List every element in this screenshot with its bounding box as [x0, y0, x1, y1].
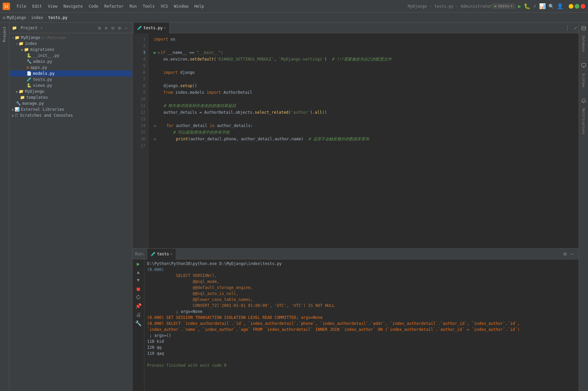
- output-line-10: (0.000) SET SESSION TRANSACTION ISOLATIO…: [147, 315, 576, 321]
- output-line-4: @@sql_mode,: [147, 279, 576, 285]
- maximize-button[interactable]: [575, 4, 579, 9]
- run-config-selector[interactable]: ▶ tests ▾: [492, 3, 515, 9]
- menu-code[interactable]: Code: [86, 3, 101, 10]
- print-button[interactable]: 🖨: [135, 311, 142, 318]
- tree-scratches[interactable]: ▶ 🗒 Scratches and Consoles: [9, 112, 132, 118]
- output-line-2: (0.000): [147, 267, 576, 273]
- index-folder-icon: 📁: [19, 41, 24, 46]
- minimize-button[interactable]: [569, 4, 573, 9]
- output-line-1: D:\Python\Python38\python.exe D:\MyDjang…: [147, 261, 576, 267]
- tree-admin-py[interactable]: 🔧 admin.py: [9, 59, 132, 65]
- code-line-7: [154, 76, 573, 82]
- menu-view[interactable]: View: [45, 3, 60, 10]
- sciview-icon[interactable]: [579, 61, 588, 70]
- left-sidebar-tab: Project: [0, 23, 9, 391]
- tests-py-icon: 🧪: [27, 77, 32, 82]
- panel-gear-icon[interactable]: ⚙: [116, 25, 123, 31]
- notifications-icon[interactable]: [579, 96, 588, 105]
- folder-icon: 📁: [12, 26, 17, 30]
- tree-tests-py[interactable]: 🧪 tests.py: [9, 76, 132, 82]
- scratches-icon: 🗒: [15, 113, 19, 118]
- code-line-16: ◇ print(author_detail.phone, author_deta…: [154, 136, 573, 142]
- root-path: D:\MyDjango: [42, 36, 66, 40]
- output-line-14: 110 kid: [147, 338, 576, 344]
- debug-button[interactable]: 🐛: [524, 3, 530, 9]
- user-button[interactable]: 👤: [557, 3, 563, 9]
- console-run-button[interactable]: ▶: [137, 261, 140, 267]
- menu-edit[interactable]: Edit: [30, 3, 45, 10]
- breadcrumb-index[interactable]: index: [31, 15, 43, 20]
- run-label: Run:: [135, 252, 145, 256]
- sciview-tab-label[interactable]: SciView: [580, 70, 587, 90]
- tree-index-folder[interactable]: ▾ 📁 index: [9, 41, 132, 47]
- admin-py-icon: 🔧: [27, 59, 32, 64]
- close-button[interactable]: [581, 4, 585, 9]
- menu-file[interactable]: File: [14, 3, 29, 10]
- run-tab-close[interactable]: ✕: [170, 252, 172, 256]
- pin-button[interactable]: 📌: [135, 302, 142, 310]
- tree-models-py[interactable]: 📄 models.py: [9, 70, 132, 76]
- run-panel-close-icon[interactable]: —: [569, 250, 576, 258]
- output-line-18: Process finished with exit code 0: [147, 362, 576, 368]
- panel-layout-icon[interactable]: ≡: [103, 25, 109, 31]
- breadcrumb-root[interactable]: MyDjango: [7, 15, 26, 20]
- database-tab-label[interactable]: Database: [580, 33, 587, 55]
- scroll-down-icon[interactable]: ▼: [135, 276, 142, 284]
- panel-filter-icon[interactable]: ⊟: [109, 25, 116, 31]
- code-content[interactable]: import os ▶ ◇ if __name__ == "__main__" …: [148, 33, 579, 248]
- code-line-13: [154, 116, 573, 122]
- project-panel: 📁 Project ▾ ⚙ ≡ ⊟ ⚙ — ▾ 📁 MyDjango D:\My…: [9, 23, 132, 391]
- database-icon[interactable]: [579, 24, 588, 33]
- file-tree: ▾ 📁 MyDjango D:\MyDjango ▾ 📁 index ▶ 📁 m…: [9, 33, 132, 391]
- tab-close-button[interactable]: ✕: [164, 26, 166, 30]
- menu-tools[interactable]: Tools: [140, 3, 157, 10]
- ext-libs-arrow: ▶: [12, 108, 14, 111]
- console-output[interactable]: D:\Python\Python38\python.exe D:\MyDjang…: [144, 259, 579, 391]
- line-num-10: 10: [132, 96, 145, 102]
- menu-help[interactable]: Help: [192, 3, 207, 10]
- line-num-7: 7: [132, 76, 145, 82]
- panel-settings-icon[interactable]: ⚙: [96, 25, 103, 31]
- line-numbers: 1 2 3 4 5 6 7 8 9 10 11 12 13 14 15 16 1: [132, 33, 148, 248]
- editor-options-button[interactable]: ⋮: [563, 25, 571, 31]
- run-button[interactable]: ▶: [518, 3, 521, 9]
- rerun-button[interactable]: [135, 294, 142, 301]
- scroll-up-icon[interactable]: ▲: [135, 268, 142, 276]
- menu-vcs[interactable]: VCS: [158, 3, 171, 10]
- tab-label: tests.py: [143, 26, 163, 30]
- editor-tab-tests[interactable]: 🧪 tests.py ✕: [134, 23, 170, 33]
- tree-views-py[interactable]: 🐍 views.py: [9, 82, 132, 88]
- line-num-16: 16: [132, 136, 145, 142]
- search-button[interactable]: 🔍: [548, 4, 554, 9]
- tree-manage-py[interactable]: 🔧 manage.py: [9, 100, 132, 106]
- menu-run[interactable]: Run: [127, 3, 139, 10]
- more-button[interactable]: 🔧: [135, 320, 142, 327]
- stop-button[interactable]: ■: [135, 285, 142, 292]
- profile-button[interactable]: 📊: [539, 3, 546, 9]
- panel-collapse-icon[interactable]: —: [123, 25, 129, 31]
- run-panel-settings-icon[interactable]: ⚙: [561, 250, 569, 258]
- tree-templates-folder[interactable]: 📁 templates: [9, 94, 132, 100]
- notifications-tab-label[interactable]: Notifications: [580, 106, 587, 137]
- right-panel: 🧪 tests.py ✕ ⋮ ✓ 1 2 3 4 5 6 7: [132, 23, 579, 391]
- coverage-button[interactable]: ⚡: [533, 3, 536, 9]
- tree-init-py[interactable]: 🐍 __init__.py: [9, 53, 132, 59]
- models-py-icon: 📄: [27, 71, 32, 76]
- tree-external-libs[interactable]: ▶ 📊 External Libraries: [9, 106, 132, 112]
- bottom-tab-tests[interactable]: 🧪 tests ✕: [147, 249, 176, 259]
- sidebar-toggle[interactable]: ≡: [3, 15, 5, 20]
- menu-window[interactable]: Window: [171, 3, 191, 10]
- output-line-15: 120 qq: [147, 344, 576, 350]
- menu-refactor[interactable]: Refactor: [101, 3, 126, 10]
- code-line-4: os.environ.setdefault('DJANGO_SETTINGS_M…: [154, 56, 573, 63]
- output-line-17: [147, 356, 576, 362]
- tree-mydjango-folder[interactable]: ▶ 📁 MyDjango: [9, 88, 132, 94]
- tree-migrations-folder[interactable]: ▶ 📁 migrations: [9, 47, 132, 53]
- tree-apps-py[interactable]: ⚙ apps.py: [9, 65, 132, 70]
- breadcrumb-file[interactable]: tests.py: [48, 15, 68, 20]
- output-line-9: ; args=None: [147, 309, 576, 315]
- code-line-12: author_details = AuthorDetail.objects.se…: [154, 109, 573, 116]
- menu-navigate[interactable]: Navigate: [61, 3, 86, 10]
- tree-root[interactable]: ▾ 📁 MyDjango D:\MyDjango: [9, 35, 132, 41]
- project-tab-label[interactable]: Project: [1, 24, 8, 45]
